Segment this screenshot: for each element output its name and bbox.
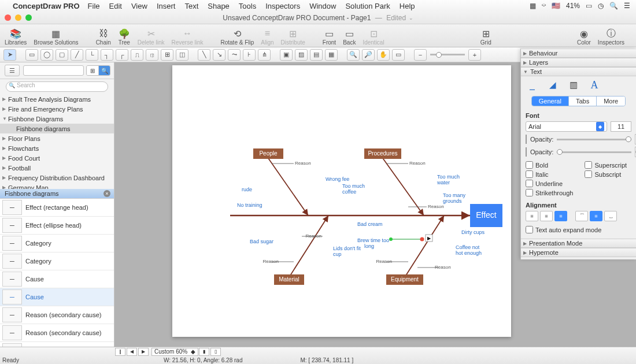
text-tabs[interactable]: General Tabs More — [531, 96, 626, 106]
toolbar-libraries[interactable]: 📚Libraries — [5, 28, 27, 46]
stroke-opacity-slider[interactable] — [557, 151, 631, 153]
insert-tool[interactable]: ◫ — [176, 49, 188, 61]
group4-tool[interactable]: ▦ — [325, 49, 338, 61]
connector4-tool[interactable]: ⎍ — [131, 49, 143, 61]
toolbar-align[interactable]: ≡Align — [261, 28, 273, 46]
view-mode-toggle[interactable]: ⊞ 🔍 — [86, 65, 110, 76]
section-hypernote[interactable]: ▶Hypernote — [521, 248, 636, 257]
draw4-tool[interactable]: ⊦ — [243, 49, 256, 61]
title-chevron-icon[interactable]: ⌄ — [407, 15, 413, 21]
toolbar-rotate-flip[interactable]: ⟲Rotate & Flip — [221, 28, 254, 46]
section-behaviour[interactable]: ▶Behaviour — [521, 49, 636, 58]
clock-icon[interactable]: ◷ — [598, 2, 604, 10]
search-view-button[interactable]: 🔍 — [98, 66, 110, 75]
toolbar-delete-link[interactable]: ✂Delete link — [138, 28, 165, 46]
flag-icon[interactable]: 🇺🇸 — [552, 2, 560, 10]
toolbar-identical[interactable]: ⊡Identical — [363, 28, 384, 46]
tree-item[interactable]: ▶Fault Tree Analysis Diagrams — [0, 94, 114, 104]
tree-item[interactable]: ▶Food Court — [0, 153, 114, 163]
underline-style-icon[interactable]: ⎯ — [524, 79, 539, 91]
close-window-button[interactable] — [5, 14, 11, 21]
spotlight-icon[interactable]: 🔍 — [609, 2, 618, 10]
font-icon[interactable]: A — [587, 79, 602, 91]
connector5-tool[interactable]: ⎅ — [146, 49, 158, 61]
tree-item[interactable]: ▶Fire and Emergency Plans — [0, 104, 114, 114]
shape-group-header[interactable]: Fishbone diagrams × — [0, 189, 114, 198]
shape-item[interactable]: ─Category — [0, 252, 114, 270]
sub-checkbox[interactable] — [585, 170, 592, 178]
battery-icon[interactable]: ▭ — [586, 2, 592, 10]
section-text[interactable]: ▼Text — [521, 67, 636, 76]
filter-input[interactable] — [23, 65, 84, 76]
menu-edit[interactable]: Edit — [109, 2, 122, 10]
toolbar-reverse-link[interactable]: ↔Reverse link — [171, 28, 203, 46]
shape-item[interactable]: ─Reason (secondary cause) — [0, 324, 114, 342]
menu-tools[interactable]: Tools — [239, 2, 256, 10]
underline-checkbox[interactable] — [526, 180, 533, 187]
draw3-tool[interactable]: ⤳ — [228, 49, 241, 61]
menu-icon[interactable]: ☰ — [624, 2, 630, 10]
toolbar-chain[interactable]: ⛓Chain — [96, 28, 111, 46]
line-tool[interactable]: ╱ — [71, 49, 83, 61]
draw1-tool[interactable]: ╲ — [198, 49, 210, 61]
zoom-combo[interactable]: Custom 60% ◆ — [151, 348, 198, 356]
menu-text[interactable]: Text — [184, 2, 198, 10]
tree-item[interactable]: ▶Frequency Distribution Dashboard — [0, 173, 114, 183]
toolbar-inspectors[interactable]: ⓘInspectors — [598, 28, 624, 46]
library-toggle[interactable]: ☰ — [5, 65, 20, 76]
menu-help[interactable]: Help — [400, 2, 415, 10]
menu-shape[interactable]: Shape — [208, 2, 230, 10]
tree-item[interactable]: ▶Flowcharts — [0, 143, 114, 153]
menu-solution-park[interactable]: Solution Park — [345, 2, 390, 10]
draw2-tool[interactable]: ↘ — [213, 49, 225, 61]
shape-item[interactable]: ─Reason (secondary cause) — [0, 306, 114, 324]
toolbar-color[interactable]: ◉Color — [577, 28, 591, 46]
search-input[interactable]: Search — [6, 81, 108, 92]
align-middle[interactable]: ≡ — [590, 211, 602, 221]
page-prev[interactable]: ◀ — [127, 348, 137, 356]
tab-more[interactable]: More — [596, 96, 625, 106]
menu-file[interactable]: File — [88, 2, 100, 10]
fill-icon[interactable]: ▥ — [566, 79, 581, 91]
tab-general[interactable]: General — [532, 96, 568, 106]
menu-view[interactable]: View — [131, 2, 147, 10]
tab-tabs[interactable]: Tabs — [568, 96, 596, 106]
zoom-window-button[interactable] — [25, 14, 32, 21]
align-top[interactable]: ⎴ — [575, 211, 588, 221]
section-presentation[interactable]: ▶Presentation Mode — [521, 239, 636, 248]
shape-item[interactable]: ─Cause — [0, 270, 114, 288]
group3-tool[interactable]: ▤ — [310, 49, 323, 61]
tree-child[interactable]: Fishbone diagrams — [0, 124, 114, 133]
shape-item[interactable]: ─Effect (rectange head) — [0, 199, 114, 217]
menu-inspectors[interactable]: Inspectors — [265, 2, 300, 10]
zoom-out-tool[interactable]: 🔎 — [362, 49, 375, 61]
rect-tool[interactable]: ▭ — [25, 49, 38, 61]
toolbar-browse-solutions[interactable]: ▦Browse Solutions — [34, 28, 78, 46]
wifi-icon[interactable]: ⌔ — [542, 2, 546, 10]
ellipse-tool[interactable]: ◯ — [40, 49, 53, 61]
group1-tool[interactable]: ▣ — [280, 49, 293, 61]
toolbar-back[interactable]: ▭Back — [343, 28, 356, 46]
align-right[interactable]: ≡ — [554, 211, 567, 221]
tree-item[interactable]: ▼Fishbone Diagrams — [0, 114, 114, 124]
menu-insert[interactable]: Insert — [157, 2, 176, 10]
rounded-rect-tool[interactable]: ▢ — [56, 49, 68, 61]
page-tab[interactable]: ▮ — [199, 348, 209, 356]
stroke-color-swatch[interactable] — [526, 147, 527, 157]
font-select[interactable]: Arial◆ — [526, 121, 607, 132]
fill-color-swatch[interactable] — [526, 135, 527, 144]
align-center-h[interactable]: ≡ — [540, 211, 553, 221]
font-size-input[interactable]: 11 — [611, 121, 631, 132]
tree-item[interactable]: ▶Floor Plans — [0, 133, 114, 143]
toolbar-distribute[interactable]: ⊞Distribute — [281, 28, 305, 46]
tree-item[interactable]: ▶Football — [0, 163, 114, 173]
zoom-minus[interactable]: − — [414, 49, 427, 61]
page-next[interactable]: ▶ — [138, 348, 149, 356]
zoom-plus[interactable]: + — [468, 49, 481, 61]
connector1-tool[interactable]: └ — [86, 49, 98, 61]
shape-item[interactable]: ─Cause — [0, 288, 114, 306]
bold-checkbox[interactable] — [526, 161, 533, 169]
highlight-icon[interactable]: ◢ — [545, 79, 560, 91]
auto-expand-checkbox[interactable] — [526, 226, 533, 233]
toolbar-front[interactable]: ▭Front — [323, 28, 336, 46]
